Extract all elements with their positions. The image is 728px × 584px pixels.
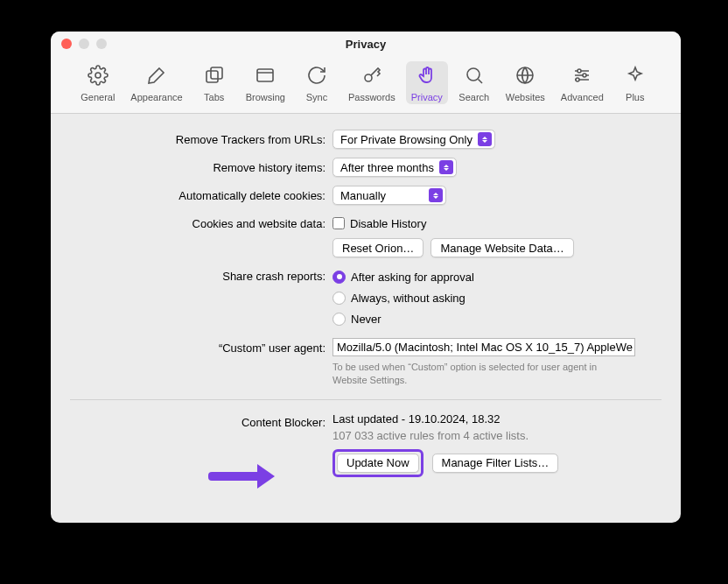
toolbar-passwords[interactable]: Passwords xyxy=(343,61,401,104)
svg-rect-1 xyxy=(206,71,218,82)
window-title: Privacy xyxy=(51,38,681,51)
preferences-window: Privacy GeneralAppearanceTabsBrowsingSyn… xyxy=(51,32,681,523)
toolbar-appearance[interactable]: Appearance xyxy=(125,61,187,104)
toolbar-label: General xyxy=(80,92,115,102)
prefs-toolbar: GeneralAppearanceTabsBrowsingSyncPasswor… xyxy=(51,56,681,114)
crash-report-radios: After asking for approvalAlways, without… xyxy=(332,266,662,329)
svg-point-6 xyxy=(467,68,480,81)
radio-icon xyxy=(332,292,346,305)
disable-history-input[interactable] xyxy=(332,217,345,229)
svg-rect-2 xyxy=(211,67,222,79)
section-divider xyxy=(70,399,662,400)
globe-icon xyxy=(514,65,536,88)
svg-rect-3 xyxy=(257,69,273,81)
remove-trackers-value: For Private Browsing Only xyxy=(340,133,472,146)
content-blocker-label: Content Blocker: xyxy=(70,412,332,429)
toolbar-label: Plus xyxy=(626,92,644,102)
chevron-updown-icon xyxy=(439,160,453,174)
toolbar-label: Appearance xyxy=(130,92,182,102)
reset-orion-button[interactable]: Reset Orion… xyxy=(332,238,424,257)
svg-point-13 xyxy=(583,74,586,77)
remove-history-label: Remove history items: xyxy=(70,158,332,174)
crash-radio-label: Never xyxy=(351,313,382,326)
toolbar-label: Sync xyxy=(306,92,327,102)
privacy-pane: Remove Trackers from URLs: For Private B… xyxy=(51,114,681,488)
sync-icon xyxy=(306,65,327,88)
gear-icon xyxy=(88,65,108,88)
titlebar: Privacy xyxy=(51,32,681,56)
toolbar-search[interactable]: Search xyxy=(453,61,495,104)
annotation-arrow xyxy=(208,464,275,489)
remove-history-value: After three months xyxy=(340,161,434,174)
toolbar-tabs[interactable]: Tabs xyxy=(193,61,235,104)
update-now-button[interactable]: Update Now xyxy=(337,454,419,473)
toolbar-label: Tabs xyxy=(204,92,224,102)
sliders-icon xyxy=(571,65,592,88)
remove-trackers-select[interactable]: For Private Browsing Only xyxy=(332,130,495,149)
svg-point-0 xyxy=(95,73,101,78)
svg-point-12 xyxy=(578,69,581,73)
key-icon xyxy=(361,65,382,88)
toolbar-general[interactable]: General xyxy=(75,61,120,104)
chevron-updown-icon xyxy=(478,132,492,146)
disable-history-checkbox[interactable]: Disable History xyxy=(332,214,662,233)
radio-icon xyxy=(332,271,346,284)
toolbar-privacy[interactable]: Privacy xyxy=(406,61,448,104)
toolbar-label: Search xyxy=(458,92,489,102)
content-blocker-updated: Last updated - 19.10.2024, 18.32 xyxy=(332,412,662,426)
cookies-data-label: Cookies and website data: xyxy=(70,214,332,230)
content-blocker-rules: 107 033 active rules from 4 active lists… xyxy=(332,429,662,442)
toolbar-plus[interactable]: Plus xyxy=(614,61,656,104)
brush-icon xyxy=(146,65,167,88)
auto-delete-cookies-label: Automatically delete cookies: xyxy=(70,186,332,202)
toolbar-label: Browsing xyxy=(246,92,285,102)
crash-radio-label: Always, without asking xyxy=(351,292,466,305)
toolbar-websites[interactable]: Websites xyxy=(500,61,550,104)
auto-delete-cookies-select[interactable]: Manually xyxy=(332,186,446,205)
crash-radio-option[interactable]: Never xyxy=(332,308,662,329)
toolbar-label: Passwords xyxy=(348,92,396,102)
disable-history-label: Disable History xyxy=(350,217,426,230)
manage-filter-lists-button[interactable]: Manage Filter Lists… xyxy=(432,454,559,473)
crash-reports-label: Share crash reports: xyxy=(70,266,332,283)
crash-radio-label: After asking for approval xyxy=(351,271,474,284)
update-now-highlight: Update Now xyxy=(332,449,424,477)
crash-radio-option[interactable]: Always, without asking xyxy=(332,287,662,308)
hand-icon xyxy=(416,65,438,88)
toolbar-advanced[interactable]: Advanced xyxy=(556,61,609,104)
toolbar-label: Privacy xyxy=(411,92,443,102)
manage-website-data-button[interactable]: Manage Website Data… xyxy=(430,238,573,257)
toolbar-label: Websites xyxy=(506,92,545,102)
svg-point-5 xyxy=(365,74,372,81)
remove-trackers-label: Remove Trackers from URLs: xyxy=(70,130,332,146)
user-agent-help: To be used when “Custom” option is selec… xyxy=(332,361,630,387)
window-icon xyxy=(255,65,276,88)
toolbar-sync[interactable]: Sync xyxy=(296,61,338,104)
auto-delete-cookies-value: Manually xyxy=(340,189,386,202)
svg-line-7 xyxy=(478,80,482,84)
toolbar-browsing[interactable]: Browsing xyxy=(241,61,290,104)
remove-history-select[interactable]: After three months xyxy=(332,158,457,177)
tabs-icon xyxy=(204,65,225,88)
svg-point-14 xyxy=(576,78,579,81)
user-agent-label: “Custom” user agent: xyxy=(70,338,332,355)
radio-icon xyxy=(332,313,346,326)
sparkle-icon xyxy=(625,65,646,88)
crash-radio-option[interactable]: After asking for approval xyxy=(332,266,662,287)
toolbar-label: Advanced xyxy=(561,92,604,102)
search-icon xyxy=(464,65,485,88)
chevron-updown-icon xyxy=(429,188,443,202)
user-agent-input[interactable]: Mozilla/5.0 (Macintosh; Intel Mac OS X 1… xyxy=(332,338,635,356)
